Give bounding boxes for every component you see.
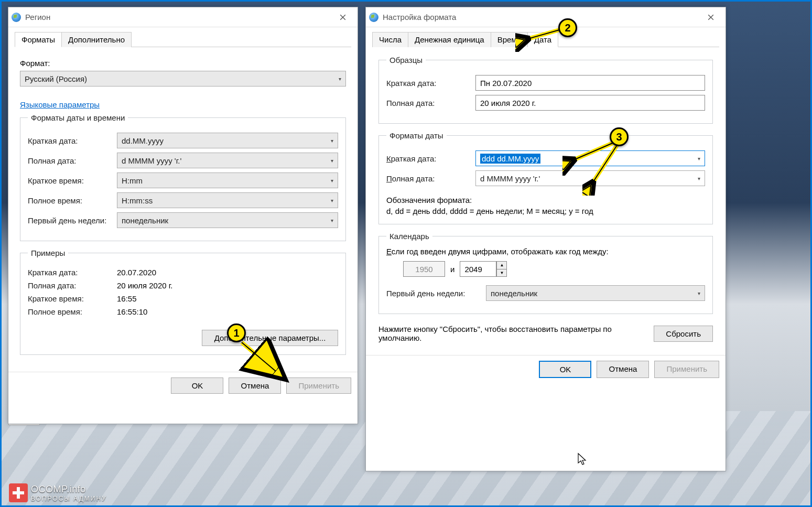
sample-short-date-label: Краткая дата:: [386, 79, 475, 88]
callout-3: 3: [610, 127, 629, 146]
calendar-legend: Календарь: [386, 232, 432, 241]
chevron-down-icon: ▾: [698, 176, 700, 181]
title-bar[interactable]: Регион: [8, 7, 358, 27]
notation-text: d, dd = день ddd, dddd = день недели; M …: [386, 207, 705, 215]
chevron-down-icon: ▾: [331, 158, 333, 164]
fmt-long-date-label: Полная дата:: [386, 174, 475, 183]
format-value: Русский (Россия): [25, 74, 87, 83]
tab-date[interactable]: Дата: [527, 32, 558, 47]
cancel-button[interactable]: Отмена: [229, 377, 281, 394]
tabs: Числа Денежная единица Время Дата: [372, 31, 719, 47]
first-day-dropdown[interactable]: понедельник ▾: [117, 212, 338, 228]
samples-group: Образцы Краткая дата: Пн 20.07.2020 Полн…: [378, 56, 713, 124]
tab-time[interactable]: Время: [491, 32, 528, 47]
datetime-formats-group: Форматы даты и времени Краткая дата: dd.…: [20, 113, 346, 241]
ok-button[interactable]: OK: [171, 377, 223, 394]
close-button[interactable]: [331, 9, 354, 25]
sample-long-date-label: Полная дата:: [386, 99, 475, 107]
year-from-field: 1950: [403, 261, 445, 277]
fmt-short-date-dropdown[interactable]: ddd dd.MM.yyyy ▾: [475, 150, 705, 166]
close-icon: [708, 14, 714, 20]
chevron-down-icon: ▾: [331, 138, 333, 144]
ok-button[interactable]: OK: [539, 361, 591, 378]
cancel-button[interactable]: Отмена: [597, 361, 649, 378]
close-button[interactable]: [699, 9, 722, 25]
first-day-label: Первый день недели:: [28, 216, 117, 225]
examples-legend: Примеры: [28, 249, 68, 257]
chevron-down-icon: ▾: [331, 218, 333, 223]
sample-short-date-value: Пн 20.07.2020: [475, 75, 705, 91]
advanced-params-button[interactable]: Дополнительные параметры...: [202, 330, 338, 346]
ex-long-date-label: Полная дата:: [28, 281, 117, 290]
two-digit-year-label: Если год введен двумя цифрами, отображат…: [386, 247, 705, 256]
watermark-sub: ВОПРОСЫ АДМИНУ: [31, 495, 107, 502]
tab-formats[interactable]: Форматы: [15, 32, 62, 47]
apply-button[interactable]: Применить: [286, 377, 351, 394]
and-label: и: [450, 265, 454, 274]
reset-hint-text: Нажмите кнопку "Сбросить", чтобы восстан…: [378, 325, 643, 342]
format-label: Формат:: [20, 59, 346, 68]
tab-numbers[interactable]: Числа: [372, 32, 408, 47]
ex-short-date-value: 20.07.2020: [117, 268, 156, 277]
spinner-up-icon[interactable]: ▲: [497, 262, 506, 269]
short-date-dropdown[interactable]: dd.MM.yyyy ▾: [117, 133, 338, 148]
sample-long-date-value: 20 июля 2020 г.: [475, 95, 705, 111]
format-dropdown[interactable]: Русский (Россия) ▾: [20, 71, 346, 87]
apply-button[interactable]: Применить: [654, 361, 719, 378]
year-to-field[interactable]: 2049: [460, 261, 496, 277]
globe-icon: [369, 13, 378, 22]
ex-short-time-label: Краткое время:: [28, 294, 117, 303]
reset-button[interactable]: Сбросить: [654, 326, 713, 342]
ex-long-date-value: 20 июля 2020 г.: [117, 281, 173, 290]
title-bar[interactable]: Настройка формата: [366, 7, 726, 27]
chevron-down-icon: ▾: [339, 76, 341, 82]
samples-legend: Образцы: [386, 56, 426, 64]
callout-1: 1: [227, 323, 246, 342]
tab-additional[interactable]: Дополнительно: [61, 32, 132, 47]
plus-icon: [9, 483, 28, 502]
long-time-label: Полное время:: [28, 196, 117, 205]
notation-label: Обозначения формата:: [386, 196, 705, 204]
long-date-dropdown[interactable]: d MMMM yyyy 'г.' ▾: [117, 153, 338, 168]
ex-long-time-value: 16:55:10: [117, 307, 147, 316]
year-to-spinner[interactable]: ▲ ▼: [496, 261, 507, 277]
watermark-text: OCOMP.info: [31, 484, 86, 494]
short-date-label: Краткая дата:: [28, 136, 117, 145]
chevron-down-icon: ▾: [331, 198, 333, 203]
ex-short-time-value: 16:55: [117, 294, 137, 303]
chevron-down-icon: ▾: [698, 156, 700, 161]
datetime-formats-legend: Форматы даты и времени: [28, 113, 128, 122]
spinner-down-icon[interactable]: ▼: [497, 269, 506, 277]
watermark: OCOMP.info ВОПРОСЫ АДМИНУ: [9, 483, 107, 502]
mouse-cursor-icon: [577, 452, 588, 466]
short-time-label: Краткое время:: [28, 176, 117, 185]
chevron-down-icon: ▾: [331, 178, 333, 184]
cal-first-day-dropdown[interactable]: понедельник ▾: [486, 285, 705, 301]
window-title: Настройка формата: [383, 13, 699, 21]
ex-long-time-label: Полное время:: [28, 307, 117, 316]
tab-currency[interactable]: Денежная единица: [408, 32, 491, 47]
examples-group: Примеры Краткая дата: 20.07.2020 Полная …: [20, 249, 346, 355]
tabs: Форматы Дополнительно: [15, 31, 351, 47]
dialog-footer: OK Отмена Применить: [366, 355, 726, 383]
format-settings-window: Настройка формата Числа Денежная единица…: [365, 7, 726, 471]
cal-first-day-label: Первый день недели:: [386, 289, 486, 298]
fmt-long-date-dropdown[interactable]: d MMMM yyyy 'г.' ▾: [475, 170, 705, 186]
chevron-down-icon: ▾: [698, 290, 700, 296]
ex-short-date-label: Краткая дата:: [28, 268, 117, 277]
long-time-dropdown[interactable]: H:mm:ss ▾: [117, 192, 338, 208]
close-icon: [340, 14, 346, 20]
date-formats-legend: Форматы даты: [386, 131, 447, 140]
callout-2: 2: [558, 18, 577, 37]
region-window: Регион Форматы Дополнительно Формат: Рус…: [8, 7, 358, 424]
short-time-dropdown[interactable]: H:mm ▾: [117, 172, 338, 188]
globe-icon: [12, 13, 21, 22]
window-title: Регион: [25, 13, 331, 21]
language-params-link[interactable]: Языковые параметры: [20, 100, 100, 109]
fmt-short-date-label: Краткая дата:: [386, 154, 475, 163]
long-date-label: Полная дата:: [28, 156, 117, 165]
calendar-group: Календарь Если год введен двумя цифрами,…: [378, 232, 713, 314]
date-formats-group: Форматы даты Краткая дата: ddd dd.MM.yyy…: [378, 131, 713, 224]
dialog-footer: OK Отмена Применить: [8, 372, 358, 399]
